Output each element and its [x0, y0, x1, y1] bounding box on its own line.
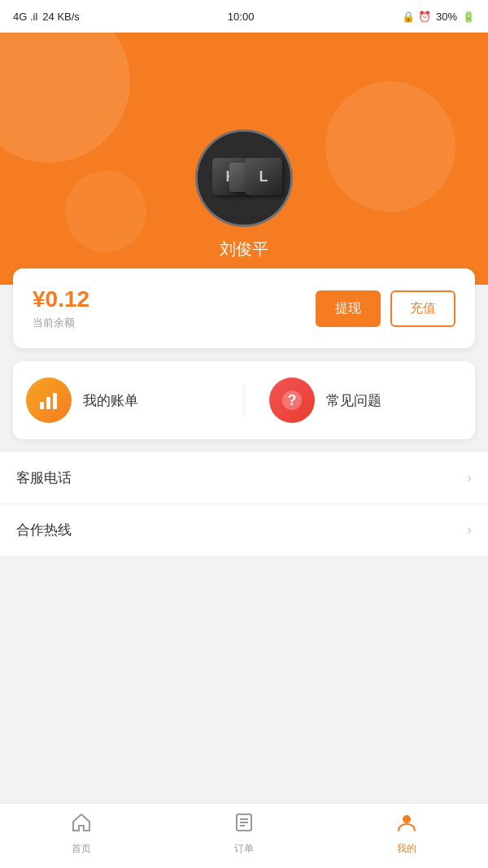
chevron-right-icon-1: › [467, 469, 472, 486]
signal-icon: 4G .il [13, 11, 37, 23]
balance-info: ¥0.12 当前余额 [33, 286, 89, 330]
list-item-partner-hotline[interactable]: 合作热线 › [0, 504, 488, 556]
nav-item-orders[interactable]: 订单 [163, 812, 325, 856]
username-text: 刘俊平 [220, 238, 268, 260]
orders-icon [233, 812, 255, 839]
bg-decoration-3 [65, 171, 146, 252]
orders-nav-label: 订单 [234, 842, 254, 856]
menu-item-bills[interactable]: 我的账单 [26, 377, 220, 423]
menu-card: 我的账单 ? 常见问题 [13, 361, 475, 439]
svg-point-9 [403, 815, 411, 823]
bg-decoration-1 [0, 33, 130, 163]
svg-text:?: ? [287, 392, 296, 408]
balance-actions: 提现 充值 [316, 290, 455, 327]
balance-card: ¥0.12 当前余额 提现 充值 [13, 268, 475, 348]
speed-text: 24 KB/s [42, 11, 80, 23]
status-left: 4G .il 24 KB/s [13, 11, 80, 23]
battery-text: 30% [436, 11, 457, 23]
bottom-nav: 首页 订单 我的 [0, 803, 488, 868]
home-nav-label: 首页 [72, 842, 91, 856]
time-display: 10:00 [228, 11, 255, 23]
faq-icon-circle: ? [269, 377, 315, 423]
avatar[interactable]: K L [195, 129, 293, 227]
svg-rect-0 [40, 402, 44, 409]
chart-icon [37, 389, 60, 412]
avatar-inner: K L [198, 132, 290, 225]
home-icon [71, 812, 92, 839]
nav-item-mine[interactable]: 我的 [325, 812, 488, 856]
nav-item-home[interactable]: 首页 [0, 812, 163, 856]
mine-nav-label: 我的 [397, 842, 416, 856]
question-icon: ? [281, 389, 303, 412]
customer-service-label: 客服电话 [16, 469, 72, 487]
chevron-right-icon-2: › [467, 521, 472, 539]
key-l-icon: L [245, 158, 282, 195]
svg-rect-2 [53, 393, 57, 409]
status-right: 🔒 ⏰ 30% 🔋 [402, 11, 475, 23]
faq-label: 常见问题 [326, 391, 381, 410]
recharge-button[interactable]: 充值 [390, 290, 455, 327]
partner-hotline-label: 合作热线 [16, 521, 72, 539]
profile-header: K L 刘俊平 [0, 33, 488, 285]
status-bar: 4G .il 24 KB/s 10:00 🔒 ⏰ 30% 🔋 [0, 0, 488, 33]
battery-icon: 🔒 ⏰ [402, 11, 431, 23]
svg-rect-1 [46, 397, 50, 409]
bills-label: 我的账单 [83, 391, 138, 410]
menu-item-faq[interactable]: ? 常见问题 [269, 377, 463, 423]
list-section: 客服电话 › 合作热线 › [0, 452, 488, 556]
battery-bar: 🔋 [462, 11, 475, 23]
balance-amount: ¥0.12 [33, 286, 89, 312]
bills-icon-circle [26, 377, 72, 423]
list-item-customer-service[interactable]: 客服电话 › [0, 452, 488, 504]
balance-label: 当前余额 [33, 316, 89, 330]
menu-divider [244, 384, 245, 417]
mine-icon [396, 812, 417, 839]
withdraw-button[interactable]: 提现 [316, 290, 381, 327]
bg-decoration-2 [325, 81, 455, 212]
